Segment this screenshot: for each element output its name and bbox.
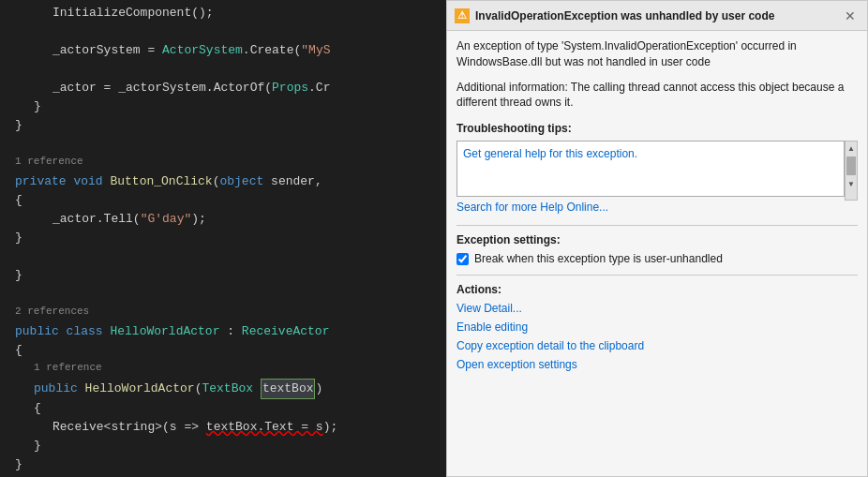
exception-settings-title: Exception settings: [456, 233, 858, 246]
troubleshooting-title: Troubleshooting tips: [456, 122, 858, 135]
exception-settings-section: Exception settings: Break when this exce… [456, 233, 858, 265]
exception-checkbox[interactable] [456, 253, 469, 265]
scroll-down-arrow[interactable]: ▼ [846, 177, 857, 190]
actions-section: Actions: View Detail... Enable editing C… [456, 283, 858, 371]
warning-icon: ⚠ [455, 8, 470, 23]
action-copy-detail[interactable]: Copy exception detail to the clipboard [456, 339, 858, 352]
additional-info: Additional information: The calling thre… [456, 80, 858, 112]
panel-title: InvalidOperationException was unhandled … [475, 9, 835, 22]
exception-checkbox-row: Break when this exception type is user-u… [456, 252, 858, 265]
actions-title: Actions: [456, 283, 858, 296]
scroll-thumb[interactable] [846, 157, 856, 175]
action-view-detail[interactable]: View Detail... [456, 302, 858, 315]
tips-box: Get general help for this exception. [456, 141, 845, 197]
panel-header: ⚠ InvalidOperationException was unhandle… [447, 1, 867, 31]
tip-link[interactable]: Get general help for this exception. [463, 147, 637, 160]
divider [456, 225, 858, 226]
close-button[interactable]: ✕ [841, 9, 860, 22]
panel-body: An exception of type 'System.InvalidOper… [447, 31, 867, 476]
exception-checkbox-label: Break when this exception type is user-u… [474, 252, 723, 265]
action-open-settings[interactable]: Open exception settings [456, 358, 858, 371]
exception-panel: ⚠ InvalidOperationException was unhandle… [446, 0, 868, 477]
action-enable-editing[interactable]: Enable editing [456, 320, 858, 334]
divider-2 [456, 275, 858, 276]
exception-description: An exception of type 'System.InvalidOper… [456, 38, 858, 70]
search-help-link[interactable]: Search for more Help Online... [456, 201, 858, 214]
tips-scrollbar[interactable]: ▲ ▼ [845, 141, 858, 201]
scroll-up-arrow[interactable]: ▲ [846, 142, 857, 155]
tips-area: Get general help for this exception. ▲ ▼ [456, 141, 858, 201]
